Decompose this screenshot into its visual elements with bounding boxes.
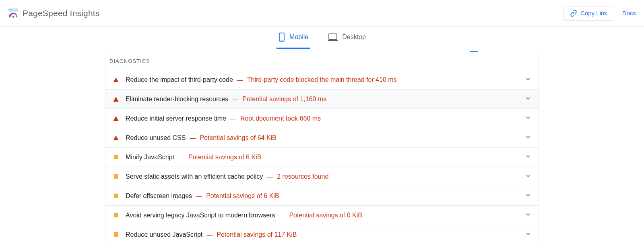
- chevron-down-icon: [525, 76, 531, 83]
- report-content: DIAGNOSTICS Reduce the impact of third-p…: [105, 51, 539, 244]
- diagnostic-detail: Potential savings of 6 KiB: [188, 154, 261, 161]
- copy-link-button[interactable]: Copy Link: [563, 6, 614, 21]
- diagnostic-row[interactable]: Reduce unused CSS—Potential savings of 6…: [105, 128, 539, 147]
- svg-marker-9: [114, 97, 119, 102]
- diagnostic-row[interactable]: Avoid serving legacy JavaScript to moder…: [105, 205, 539, 225]
- diagnostic-label: Defer offscreen images: [126, 192, 192, 200]
- square-warn-icon: [113, 212, 119, 219]
- svg-marker-10: [114, 116, 119, 121]
- chevron-down-icon: [525, 231, 531, 238]
- diagnostic-row[interactable]: Reduce initial server response time—Root…: [105, 108, 539, 128]
- desktop-icon: [328, 33, 338, 41]
- svg-marker-11: [114, 136, 119, 140]
- diagnostic-detail: Third-party code blocked the main thread…: [247, 76, 397, 83]
- chevron-down-icon: [525, 173, 531, 180]
- separator-dash: —: [206, 231, 213, 238]
- copy-link-label: Copy Link: [580, 10, 607, 17]
- diagnostic-label: Reduce the impact of third-party code: [126, 76, 233, 83]
- separator-dash: —: [267, 173, 273, 180]
- diagnostic-label: Minify JavaScript: [126, 154, 174, 161]
- diagnostic-detail: Potential savings of 1,160 ms: [242, 96, 326, 103]
- square-warn-icon: [113, 173, 119, 180]
- diagnostics-list: Reduce the impact of third-party code—Th…: [105, 70, 539, 244]
- diagnostic-row[interactable]: Reduce the impact of third-party code—Th…: [105, 70, 539, 89]
- separator-dash: —: [237, 76, 243, 83]
- chevron-down-icon: [525, 211, 531, 219]
- triangle-fail-icon: [113, 96, 119, 102]
- diagnostic-detail: Root document took 660 ms: [240, 115, 321, 122]
- square-warn-icon: [113, 193, 119, 199]
- svg-point-3: [12, 16, 14, 17]
- square-warn-icon: [113, 231, 119, 238]
- tab-mobile-label: Mobile: [289, 33, 308, 41]
- brand[interactable]: PageSpeed Insights: [8, 8, 100, 19]
- separator-dash: —: [230, 115, 236, 122]
- tab-desktop-label: Desktop: [342, 33, 366, 41]
- chevron-down-icon: [525, 153, 531, 161]
- svg-rect-6: [329, 34, 337, 40]
- app-title: PageSpeed Insights: [23, 8, 100, 18]
- diagnostic-label: Reduce initial server response time: [126, 115, 226, 122]
- triangle-fail-icon: [113, 115, 119, 122]
- diagnostic-row[interactable]: Minify JavaScript—Potential savings of 6…: [105, 147, 539, 167]
- tab-mobile[interactable]: Mobile: [277, 27, 310, 49]
- separator-dash: —: [190, 134, 196, 141]
- diagnostic-label: Eliminate render-blocking resources: [126, 96, 228, 103]
- chevron-down-icon: [525, 95, 531, 103]
- diagnostic-detail: 2 resources found: [277, 173, 328, 180]
- square-warn-icon: [113, 154, 119, 161]
- diagnostic-row[interactable]: Serve static assets with an efficient ca…: [105, 167, 539, 186]
- diagnostic-detail: Potential savings of 0 KiB: [289, 212, 362, 219]
- device-tabs: Mobile Desktop: [0, 27, 644, 48]
- diagnostic-label: Avoid serving legacy JavaScript to moder…: [126, 212, 275, 219]
- chevron-down-icon: [525, 115, 531, 122]
- docs-link[interactable]: Docs: [622, 10, 636, 17]
- mobile-icon: [278, 32, 285, 42]
- diagnostic-row[interactable]: Defer offscreen images—Potential savings…: [105, 186, 539, 205]
- svg-rect-1: [9, 9, 11, 10]
- diagnostic-detail: Potential savings of 64 KiB: [200, 134, 276, 142]
- diagnostic-label: Reduce unused CSS: [126, 134, 186, 142]
- separator-dash: —: [232, 96, 238, 102]
- chevron-down-icon: [525, 134, 531, 142]
- separator-dash: —: [279, 212, 285, 219]
- triangle-fail-icon: [113, 77, 119, 83]
- app-header: PageSpeed Insights Copy Link Docs: [0, 0, 644, 27]
- diagnostic-label: Serve static assets with an efficient ca…: [126, 173, 263, 180]
- pagespeed-logo-icon: [8, 8, 19, 19]
- tab-desktop[interactable]: Desktop: [326, 27, 367, 48]
- svg-marker-8: [114, 77, 119, 82]
- diagnostic-label: Reduce unused JavaScript: [126, 231, 202, 238]
- header-actions: Copy Link Docs: [563, 6, 636, 21]
- diagnostic-row[interactable]: Reduce unused JavaScript—Potential savin…: [105, 225, 539, 244]
- separator-dash: —: [196, 192, 202, 199]
- separator-dash: —: [178, 154, 184, 161]
- chevron-down-icon: [525, 192, 531, 200]
- diagnostic-detail: Potential savings of 6 KiB: [206, 192, 279, 200]
- diagnostic-detail: Potential savings of 117 KiB: [217, 231, 297, 238]
- triangle-fail-icon: [113, 135, 119, 141]
- diagnostic-row[interactable]: Eliminate render-blocking resources—Pote…: [105, 89, 539, 108]
- section-heading-diagnostics: DIAGNOSTICS: [105, 52, 539, 70]
- link-icon: [570, 10, 577, 17]
- svg-rect-2: [12, 9, 12, 10]
